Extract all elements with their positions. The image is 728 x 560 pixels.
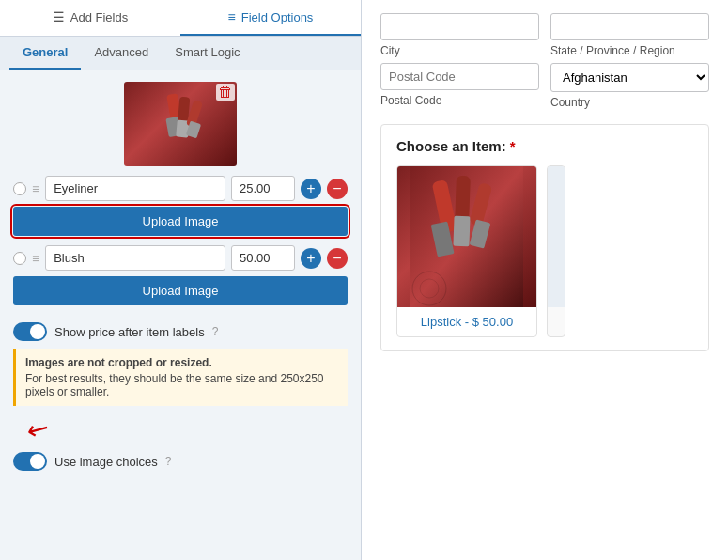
required-star: *	[510, 138, 516, 154]
subtab-general-label: General	[23, 45, 68, 59]
red-arrow-icon: ↙	[21, 410, 54, 447]
tab-add-fields[interactable]: ☰ Add Fields	[0, 0, 180, 36]
panel-header: ☰ Add Fields ≡ Field Options	[0, 0, 361, 37]
item-card-image-lipstick	[397, 166, 536, 307]
show-price-help-icon[interactable]: ?	[212, 325, 219, 338]
svg-rect-10	[453, 216, 470, 247]
add-item-eyeliner[interactable]: +	[301, 179, 321, 199]
city-label: City	[380, 44, 539, 57]
show-price-label: Show price after item labels	[54, 325, 205, 339]
use-image-toggle[interactable]	[13, 452, 47, 471]
field-options-icon: ≡	[228, 9, 236, 24]
state-label: State / Province / Region	[550, 44, 709, 57]
choose-title: Choose an Item: *	[396, 138, 693, 154]
item-radio-eyeliner[interactable]	[13, 182, 26, 195]
postal-input[interactable]	[380, 63, 539, 90]
use-image-label: Use image choices	[54, 455, 158, 469]
partial-card-label	[548, 307, 555, 322]
state-input[interactable]	[550, 13, 709, 40]
lipstick-preview-svg	[143, 89, 218, 160]
choose-section: Choose an Item: *	[380, 124, 709, 351]
upload-label-eyeliner: Upload Image	[143, 214, 219, 228]
item-row-blush: ≡ + −	[13, 245, 348, 271]
item-row-eyeliner: ≡ + −	[13, 176, 348, 201]
field-options-label: Field Options	[241, 10, 314, 24]
country-label: Country	[550, 96, 709, 109]
sub-tabs: General Advanced Smart Logic	[0, 37, 361, 70]
drag-handle-eyeliner[interactable]: ≡	[32, 181, 39, 196]
upload-image-blush[interactable]: Upload Image	[13, 276, 348, 305]
drag-handle-blush[interactable]: ≡	[32, 251, 39, 266]
item-name-eyeliner[interactable]	[45, 176, 225, 201]
item-radio-blush[interactable]	[13, 252, 26, 265]
item-price-eyeliner[interactable]	[231, 176, 295, 201]
item-card-lipstick[interactable]: Lipstick - $ 50.00	[396, 165, 537, 337]
image-preview-wrap: 🗑	[124, 82, 237, 166]
item-card-partial[interactable]	[547, 165, 565, 337]
use-image-help-icon[interactable]: ?	[165, 455, 172, 468]
country-wrap: Afghanistan Albania Algeria United State…	[550, 63, 709, 109]
delete-image-icon[interactable]: 🗑	[216, 84, 235, 101]
state-wrap: State / Province / Region	[550, 13, 709, 57]
subtab-smart-logic[interactable]: Smart Logic	[162, 37, 253, 70]
arrow-annotation: ↙	[13, 413, 348, 444]
items-carousel: Lipstick - $ 50.00	[396, 165, 693, 337]
postal-label: Postal Code	[380, 94, 539, 107]
warning-body: For best results, they should be the sam…	[25, 372, 324, 398]
use-image-toggle-row: Use image choices ?	[13, 452, 348, 471]
add-item-blush[interactable]: +	[301, 248, 321, 269]
subtab-advanced-label: Advanced	[94, 45, 148, 59]
subtab-smart-logic-label: Smart Logic	[175, 45, 240, 59]
remove-item-blush[interactable]: −	[327, 248, 348, 269]
choose-title-text: Choose an Item:	[396, 138, 506, 154]
show-price-toggle[interactable]	[13, 322, 47, 341]
warning-box: Images are not cropped or resized. For b…	[13, 349, 348, 406]
subtab-advanced[interactable]: Advanced	[81, 37, 162, 70]
postal-row: Postal Code Afghanistan Albania Algeria …	[380, 63, 709, 109]
lipstick-card-svg	[410, 166, 523, 307]
subtab-general[interactable]: General	[9, 37, 81, 70]
upload-label-blush: Upload Image	[143, 284, 219, 298]
show-price-toggle-row: Show price after item labels ?	[13, 322, 348, 341]
city-wrap: City	[380, 13, 539, 57]
country-select[interactable]: Afghanistan Albania Algeria United State…	[550, 63, 709, 92]
warning-title: Images are not cropped or resized.	[25, 356, 338, 369]
left-panel: ☰ Add Fields ≡ Field Options General Adv…	[0, 0, 362, 560]
upload-image-eyeliner[interactable]: Upload Image	[13, 207, 348, 236]
city-input[interactable]	[380, 13, 539, 40]
add-fields-icon: ☰	[53, 9, 65, 24]
add-fields-label: Add Fields	[70, 10, 128, 24]
item-price-blush[interactable]	[231, 245, 295, 271]
right-panel: City State / Province / Region Postal Co…	[362, 0, 728, 560]
image-preview-row: 🗑	[13, 82, 348, 166]
remove-item-eyeliner[interactable]: −	[327, 179, 348, 199]
item-card-label-lipstick: Lipstick - $ 50.00	[397, 307, 536, 336]
address-row: City State / Province / Region	[380, 13, 709, 57]
tab-field-options[interactable]: ≡ Field Options	[180, 0, 361, 36]
postal-wrap: Postal Code	[380, 63, 539, 109]
panel-content: 🗑 ≡ + − Upload Image ≡ + − Upload Imag	[0, 70, 361, 560]
svg-rect-9	[455, 176, 471, 223]
item-name-blush[interactable]	[45, 245, 225, 271]
